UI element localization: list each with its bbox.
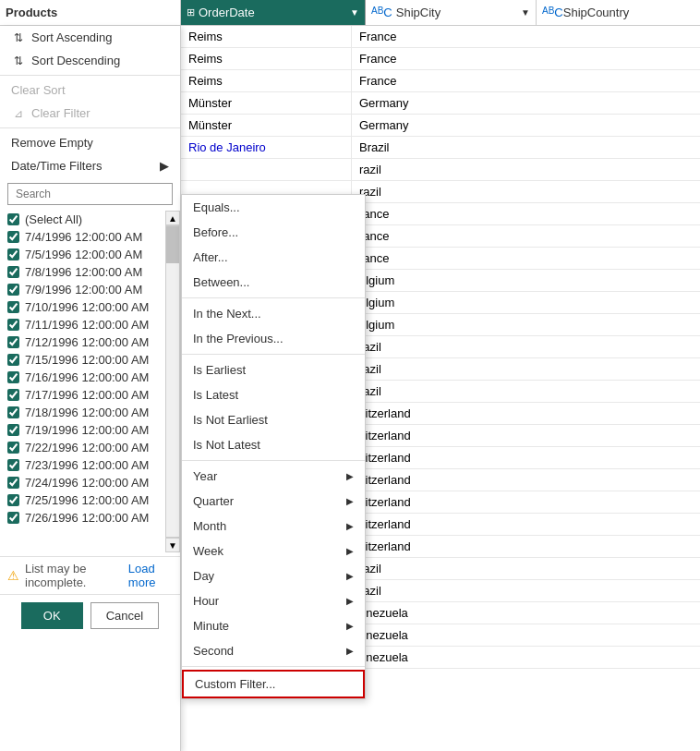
in-prev-item[interactable]: In the Previous... xyxy=(182,326,365,351)
list-item[interactable]: 7/15/1996 12:00:00 AM xyxy=(0,351,180,369)
list-item[interactable]: 7/25/1996 12:00:00 AM xyxy=(0,491,180,509)
country-cell: rance xyxy=(352,248,700,269)
city-cell: Reims xyxy=(181,26,352,47)
city-cell: Reims xyxy=(181,48,352,69)
list-item-checkbox[interactable] xyxy=(7,231,19,243)
is-not-latest-item[interactable]: Is Not Latest xyxy=(182,432,365,457)
list-item[interactable]: 7/8/1996 12:00:00 AM xyxy=(0,263,180,281)
custom-filter-item[interactable]: Custom Filter... xyxy=(182,670,365,698)
list-item-checkbox[interactable] xyxy=(7,371,19,383)
select-all-checkbox[interactable] xyxy=(7,213,19,225)
shipcity-dropdown-icon[interactable]: ▼ xyxy=(521,7,530,18)
sort-desc-icon: ⇅ xyxy=(11,55,26,67)
list-item-checkbox[interactable] xyxy=(7,301,19,313)
sort-ascending-label: Sort Ascending xyxy=(31,30,112,44)
before-item[interactable]: Before... xyxy=(182,220,365,245)
list-item-checkbox[interactable] xyxy=(7,424,19,436)
list-item[interactable]: 7/9/1996 12:00:00 AM xyxy=(0,281,180,298)
clear-filter-label: Clear Filter xyxy=(31,106,91,120)
list-item-checkbox[interactable] xyxy=(7,442,19,454)
list-item[interactable]: 7/10/1996 12:00:00 AM xyxy=(0,298,180,316)
equals-item[interactable]: Equals... xyxy=(182,195,365,220)
after-item[interactable]: After... xyxy=(182,245,365,270)
list-item-checkbox[interactable] xyxy=(7,248,19,260)
list-item[interactable]: 7/12/1996 12:00:00 AM xyxy=(0,333,180,351)
list-item[interactable]: 7/18/1996 12:00:00 AM xyxy=(0,404,180,421)
sort-descending-item[interactable]: ⇅ Sort Descending xyxy=(0,49,180,72)
list-item-label: 7/12/1996 12:00:00 AM xyxy=(25,335,149,349)
warning-text: List may be incomplete. xyxy=(25,562,123,589)
list-item-label: 7/11/1996 12:00:00 AM xyxy=(25,318,149,332)
list-item[interactable]: 7/19/1996 12:00:00 AM xyxy=(0,421,180,439)
country-cell: vitzerland xyxy=(352,491,700,513)
list-item[interactable]: 7/16/1996 12:00:00 AM xyxy=(0,369,180,386)
list-item[interactable]: 7/17/1996 12:00:00 AM xyxy=(0,386,180,404)
orderdate-header[interactable]: ⊞ OrderDate ▼ xyxy=(181,0,366,25)
list-item-checkbox[interactable] xyxy=(7,494,19,506)
shipcity-header[interactable]: ABC ShipCity ▼ xyxy=(366,0,537,25)
second-item[interactable]: Second ▶ xyxy=(182,638,365,663)
in-prev-label: In the Previous... xyxy=(193,332,284,345)
list-item-checkbox[interactable] xyxy=(7,336,19,348)
list-item-label: 7/8/1996 12:00:00 AM xyxy=(25,265,142,279)
scrollbar-thumb[interactable] xyxy=(166,226,179,263)
list-item-checkbox[interactable] xyxy=(7,406,19,418)
list-item-label: 7/15/1996 12:00:00 AM xyxy=(25,353,149,367)
list-item-checkbox[interactable] xyxy=(7,284,19,296)
day-arrow-icon: ▶ xyxy=(346,571,354,581)
list-item-checkbox[interactable] xyxy=(7,389,19,401)
country-cell: rance xyxy=(352,203,700,224)
scroll-up-button[interactable]: ▲ xyxy=(165,211,180,225)
datetime-submenu: Equals... Before... After... Between... … xyxy=(181,194,366,699)
country-cell: razil xyxy=(352,558,700,579)
context-menu: ⇅ Sort Ascending ⇅ Sort Descending Clear… xyxy=(0,26,181,751)
minute-item[interactable]: Minute ▶ xyxy=(182,613,365,638)
list-item-checkbox[interactable] xyxy=(7,512,19,524)
list-item-checkbox[interactable] xyxy=(7,477,19,489)
list-item[interactable]: 7/24/1996 12:00:00 AM xyxy=(0,474,180,491)
in-next-item[interactable]: In the Next... xyxy=(182,301,365,326)
abc-icon: ABC xyxy=(371,6,392,19)
hour-arrow-icon: ▶ xyxy=(346,596,354,606)
list-item-checkbox[interactable] xyxy=(7,319,19,331)
list-item-checkbox[interactable] xyxy=(7,266,19,278)
select-all-item[interactable]: (Select All) xyxy=(0,211,180,228)
hour-item[interactable]: Hour ▶ xyxy=(182,588,365,613)
month-item[interactable]: Month ▶ xyxy=(182,514,365,539)
week-item[interactable]: Week ▶ xyxy=(182,539,365,563)
day-item[interactable]: Day ▶ xyxy=(182,563,365,588)
shipcity-label: ShipCity xyxy=(396,6,441,19)
is-earliest-item[interactable]: Is Earliest xyxy=(182,357,365,382)
week-arrow-icon: ▶ xyxy=(346,546,354,556)
products-header: Products xyxy=(0,0,181,25)
search-input[interactable] xyxy=(7,183,173,205)
month-arrow-icon: ▶ xyxy=(346,521,354,531)
hour-label: Hour xyxy=(193,594,219,608)
list-item-checkbox[interactable] xyxy=(7,354,19,366)
list-item[interactable]: 7/4/1996 12:00:00 AM xyxy=(0,228,180,246)
sort-ascending-item[interactable]: ⇅ Sort Ascending xyxy=(0,26,180,49)
remove-empty-item[interactable]: Remove Empty xyxy=(0,131,180,154)
between-item[interactable]: Between... xyxy=(182,270,365,295)
datetime-filters-item[interactable]: Date/Time Filters ▶ xyxy=(0,154,180,177)
list-item-checkbox[interactable] xyxy=(7,459,19,471)
dropdown-arrow-icon[interactable]: ▼ xyxy=(350,7,359,18)
scroll-down-button[interactable]: ▼ xyxy=(165,538,180,552)
load-more-link[interactable]: Load more xyxy=(128,562,173,589)
is-latest-item[interactable]: Is Latest xyxy=(182,382,365,407)
cancel-button[interactable]: Cancel xyxy=(91,602,159,629)
submenu-sep1 xyxy=(182,297,365,298)
list-item[interactable]: 7/5/1996 12:00:00 AM xyxy=(0,246,180,263)
year-item[interactable]: Year ▶ xyxy=(182,464,365,489)
country-cell: vitzerland xyxy=(352,425,700,446)
ok-button[interactable]: OK xyxy=(21,602,83,629)
list-item[interactable]: 7/22/1996 12:00:00 AM xyxy=(0,439,180,456)
day-label: Day xyxy=(193,569,214,583)
list-item[interactable]: 7/11/1996 12:00:00 AM xyxy=(0,316,180,333)
list-item[interactable]: 7/26/1996 12:00:00 AM xyxy=(0,509,180,527)
quarter-item[interactable]: Quarter ▶ xyxy=(182,489,365,514)
list-item-label: 7/5/1996 12:00:00 AM xyxy=(25,248,142,261)
is-not-earliest-item[interactable]: Is Not Earliest xyxy=(182,407,365,432)
city-cell xyxy=(181,159,352,180)
list-item[interactable]: 7/23/1996 12:00:00 AM xyxy=(0,456,180,474)
